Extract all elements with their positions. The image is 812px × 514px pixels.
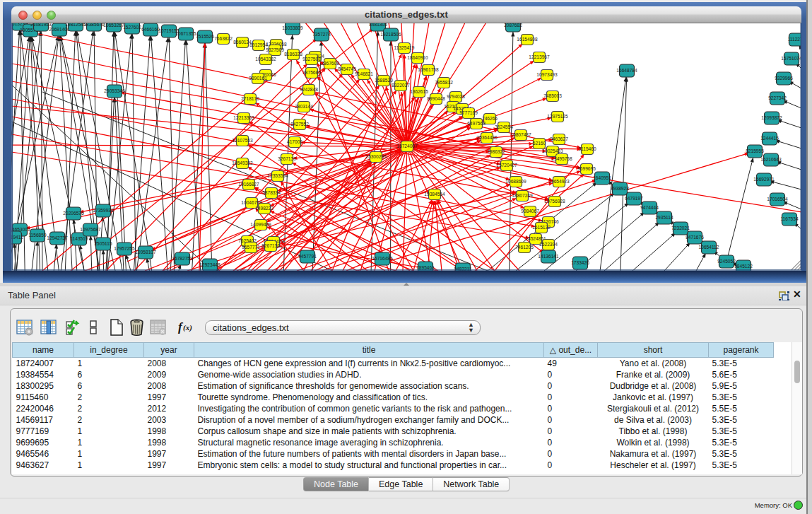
- svg-text:9482211: 9482211: [454, 267, 472, 271]
- svg-text:20364436: 20364436: [476, 135, 498, 140]
- svg-text:1615132: 1615132: [532, 225, 551, 230]
- svg-text:10107553: 10107553: [232, 138, 253, 143]
- svg-text:8471676: 8471676: [686, 235, 704, 240]
- svg-text:18807249: 18807249: [512, 193, 533, 198]
- svg-text:8267130: 8267130: [261, 243, 280, 248]
- svg-text:10543382: 10543382: [255, 57, 276, 62]
- svg-text:7232021: 7232021: [671, 226, 690, 230]
- svg-text:8186328: 8186328: [284, 52, 302, 57]
- svg-text:9329966: 9329966: [775, 76, 793, 81]
- svg-text:18640910: 18640910: [407, 55, 428, 60]
- svg-text:746266: 746266: [482, 116, 498, 121]
- svg-text:62160: 62160: [533, 141, 546, 146]
- svg-text:9657771: 9657771: [242, 245, 260, 250]
- svg-text:2367608: 2367608: [321, 61, 339, 66]
- svg-text:12923448: 12923448: [199, 262, 220, 267]
- svg-text:17016504: 17016504: [767, 197, 788, 201]
- svg-text:20206576: 20206576: [63, 211, 84, 216]
- svg-text:9463627: 9463627: [550, 136, 568, 141]
- svg-text:9474444: 9474444: [640, 205, 659, 210]
- svg-text:8990448: 8990448: [427, 96, 445, 101]
- svg-text:14136141: 14136141: [538, 254, 559, 259]
- svg-text:17957255: 17957255: [114, 246, 135, 251]
- svg-text:10975687: 10975687: [80, 227, 101, 232]
- svg-text:1143519: 1143519: [70, 236, 88, 241]
- svg-text:9845122: 9845122: [734, 264, 753, 269]
- svg-text:7955812: 7955812: [435, 80, 453, 85]
- svg-text:20691406: 20691406: [49, 27, 70, 32]
- svg-text:16154808: 16154808: [517, 37, 538, 42]
- svg-text:12353594: 12353594: [267, 173, 288, 178]
- svg-text:18724007: 18724007: [396, 144, 418, 148]
- svg-text:1244415: 1244415: [760, 136, 779, 141]
- svg-text:10025433: 10025433: [542, 148, 563, 153]
- svg-text:7663822: 7663822: [214, 36, 233, 41]
- svg-text:3267130: 3267130: [278, 156, 296, 161]
- svg-text:16549382: 16549382: [232, 160, 253, 165]
- svg-text:8912954: 8912954: [249, 42, 268, 47]
- svg-text:6466160: 6466160: [141, 27, 160, 32]
- svg-text:9115460: 9115460: [578, 146, 596, 151]
- svg-text:2803144: 2803144: [295, 104, 313, 109]
- svg-text:9777169: 9777169: [459, 110, 478, 115]
- svg-text:14099489: 14099489: [250, 222, 271, 227]
- svg-text:13495758: 13495758: [551, 156, 572, 161]
- svg-text:1640951: 1640951: [593, 175, 611, 180]
- svg-text:29053346: 29053346: [104, 88, 125, 93]
- svg-text:(x): (x): [183, 323, 192, 332]
- svg-text:16033809: 16033809: [282, 25, 303, 30]
- svg-text:7461205: 7461205: [515, 245, 534, 250]
- svg-text:6479197: 6479197: [625, 196, 643, 201]
- svg-text:9890161: 9890161: [249, 76, 267, 81]
- svg-text:8454749: 8454749: [338, 66, 356, 71]
- svg-text:9146821: 9146821: [355, 71, 373, 76]
- svg-text:19756928: 19756928: [544, 199, 565, 204]
- svg-text:1733426: 1733426: [571, 260, 589, 265]
- svg-text:10807487: 10807487: [510, 132, 531, 137]
- svg-text:7895461: 7895461: [416, 265, 435, 270]
- svg-text:9242848: 9242848: [300, 87, 318, 92]
- svg-text:2935114: 2935114: [655, 215, 673, 220]
- svg-text:1156859: 1156859: [28, 233, 47, 238]
- svg-text:1498222: 1498222: [255, 206, 273, 211]
- svg-text:7485003: 7485003: [543, 93, 562, 98]
- svg-text:1112274: 1112274: [788, 37, 806, 42]
- svg-text:1588520: 1588520: [375, 78, 393, 83]
- svg-text:16648784: 16648784: [616, 68, 637, 73]
- svg-text:12093872: 12093872: [761, 115, 782, 120]
- svg-text:2505115: 2505115: [94, 241, 112, 246]
- svg-text:9227342: 9227342: [768, 95, 787, 100]
- svg-text:19166827: 19166827: [238, 182, 259, 187]
- svg-text:5878334: 5878334: [262, 190, 281, 195]
- svg-text:3875685: 3875685: [302, 70, 321, 75]
- svg-text:12975125: 12975125: [547, 114, 568, 119]
- svg-text:19218506: 19218506: [380, 32, 401, 37]
- svg-text:7515526: 7515526: [196, 34, 214, 39]
- svg-text:1167534: 1167534: [780, 216, 799, 221]
- svg-text:19384554: 19384554: [424, 192, 445, 197]
- svg-text:7357274: 7357274: [312, 32, 331, 37]
- svg-text:17359938: 17359938: [93, 208, 114, 213]
- svg-text:2522394: 2522394: [539, 242, 558, 247]
- svg-text:12213363: 12213363: [233, 115, 254, 120]
- svg-text:8215955: 8215955: [746, 148, 764, 153]
- svg-text:8427552: 8427552: [290, 122, 309, 127]
- svg-text:10688609: 10688609: [505, 179, 526, 184]
- svg-text:16961758: 16961758: [418, 67, 439, 72]
- svg-text:2087682: 2087682: [504, 23, 522, 28]
- svg-text:9699695: 9699695: [577, 166, 596, 171]
- svg-text:15751074: 15751074: [781, 56, 802, 61]
- svg-text:3919411: 3919411: [5, 235, 23, 240]
- svg-text:9794028: 9794028: [447, 94, 465, 99]
- svg-text:9327509: 9327509: [266, 47, 284, 52]
- svg-text:11325419: 11325419: [394, 45, 415, 50]
- svg-text:3624554: 3624554: [495, 124, 513, 129]
- svg-text:8322037: 8322037: [392, 83, 410, 88]
- svg-text:8938923: 8938923: [611, 186, 629, 191]
- svg-text:10973493: 10973493: [536, 72, 558, 77]
- svg-text:417006: 417006: [287, 139, 302, 144]
- svg-text:10653267: 10653267: [103, 23, 124, 28]
- svg-text:10958107: 10958107: [135, 250, 156, 255]
- svg-text:1527602: 1527602: [123, 25, 141, 30]
- svg-text:12942737: 12942737: [47, 235, 68, 240]
